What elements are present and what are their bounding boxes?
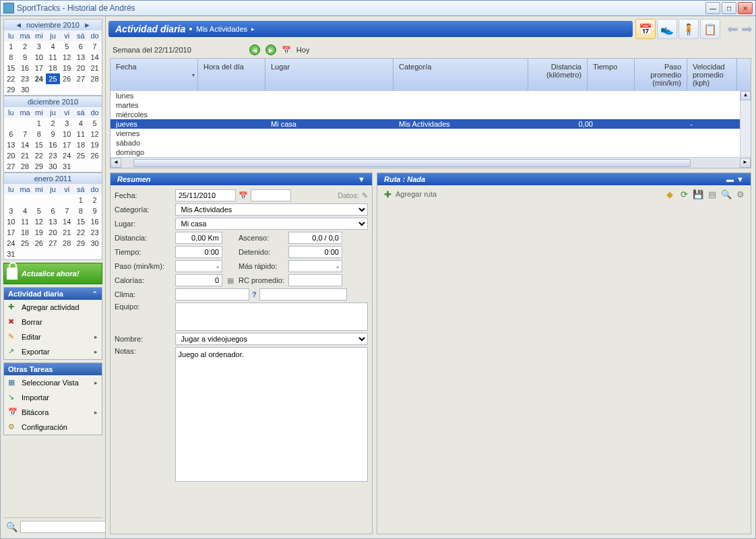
calorias-input[interactable] bbox=[175, 274, 222, 286]
grid-header[interactable]: Tiempo bbox=[588, 59, 635, 91]
route-save-icon[interactable]: 💾 bbox=[692, 188, 704, 200]
cal-day[interactable]: 5 bbox=[32, 205, 46, 216]
tiempo-input[interactable] bbox=[175, 246, 222, 258]
cal-day[interactable]: 2 bbox=[46, 118, 60, 129]
panel-minimize-icon[interactable]: ▬ bbox=[726, 175, 734, 183]
cal-day[interactable]: 22 bbox=[4, 73, 18, 84]
grid-header[interactable]: Hora del día bbox=[198, 59, 265, 91]
clima-input-2[interactable] bbox=[259, 288, 347, 300]
nav-head-daily[interactable]: Actividad diaria ⌃ bbox=[4, 288, 102, 300]
cal-day[interactable]: 18 bbox=[74, 139, 88, 150]
cal-day[interactable]: 19 bbox=[60, 63, 74, 73]
rcprom-input[interactable] bbox=[288, 274, 342, 286]
cal-day[interactable]: 16 bbox=[88, 216, 102, 227]
cal-day[interactable]: 11 bbox=[74, 129, 88, 139]
route-layers-icon[interactable]: ▤ bbox=[706, 188, 718, 200]
cal-day[interactable]: 9 bbox=[46, 129, 60, 139]
distancia-input[interactable] bbox=[175, 232, 222, 244]
cal-day[interactable]: 21 bbox=[18, 150, 32, 161]
cal-day[interactable]: 13 bbox=[74, 52, 88, 63]
cal-day[interactable]: 8 bbox=[74, 205, 88, 216]
calendar-small-icon[interactable]: 📅 bbox=[282, 46, 291, 55]
cal-day[interactable]: 15 bbox=[74, 216, 88, 227]
categoria-select[interactable]: Mis Actividades bbox=[175, 203, 368, 216]
cal-day[interactable]: 26 bbox=[60, 73, 74, 84]
cal-day[interactable]: 3 bbox=[32, 41, 46, 52]
cal-day[interactable]: 10 bbox=[4, 216, 18, 227]
nav-item-bitácora[interactable]: 📅Bitácora▸ bbox=[4, 405, 102, 420]
cal-day[interactable]: 7 bbox=[60, 205, 74, 216]
cal-day[interactable]: 1 bbox=[74, 195, 88, 205]
cal-day[interactable]: 18 bbox=[18, 227, 32, 238]
cal-day[interactable]: 24 bbox=[4, 238, 18, 249]
cal-day[interactable]: 10 bbox=[32, 52, 46, 63]
cal-day[interactable]: 1 bbox=[4, 41, 18, 52]
route-nav-icon[interactable]: ◆ bbox=[664, 188, 676, 200]
cal-day[interactable]: 23 bbox=[88, 227, 102, 238]
cal-day[interactable]: 14 bbox=[18, 139, 32, 150]
cal-day[interactable]: 31 bbox=[4, 249, 18, 259]
cal-day[interactable]: 13 bbox=[46, 216, 60, 227]
cal-day[interactable]: 11 bbox=[18, 216, 32, 227]
route-zoom-icon[interactable]: 🔍 bbox=[720, 188, 732, 200]
view-report-icon[interactable]: 📋 bbox=[700, 19, 720, 39]
cal-day[interactable]: 5 bbox=[60, 41, 74, 52]
cal-day[interactable]: 30 bbox=[18, 84, 32, 95]
route-settings-icon[interactable]: ⚙ bbox=[734, 188, 747, 200]
grid-header[interactable]: Distancia (kilómetro) bbox=[528, 59, 588, 91]
today-button[interactable]: Hoy bbox=[296, 46, 310, 54]
cal-day[interactable]: 29 bbox=[32, 161, 46, 172]
cal-day[interactable]: 12 bbox=[32, 216, 46, 227]
masrapido-input[interactable] bbox=[288, 260, 342, 272]
update-now-button[interactable]: Actualice ahora! bbox=[3, 263, 102, 284]
add-route-label[interactable]: Agregar ruta bbox=[396, 190, 437, 198]
table-row[interactable]: domingo bbox=[111, 148, 751, 157]
grid-header[interactable]: Lugar bbox=[265, 59, 393, 91]
maximize-button[interactable]: □ bbox=[722, 2, 736, 14]
cal-day[interactable]: 23 bbox=[46, 150, 60, 161]
cal-day[interactable]: 8 bbox=[4, 52, 18, 63]
cal-day[interactable]: 4 bbox=[18, 205, 32, 216]
cal-day[interactable]: 20 bbox=[46, 227, 60, 238]
table-row[interactable]: martes bbox=[111, 100, 751, 110]
cal-day[interactable]: 31 bbox=[60, 161, 74, 172]
cal-day[interactable]: 14 bbox=[60, 216, 74, 227]
nav-item-exportar[interactable]: ↗Exportar▸ bbox=[4, 344, 102, 359]
cal-day[interactable]: 8 bbox=[32, 129, 46, 139]
cal-day[interactable]: 29 bbox=[4, 84, 18, 95]
nombre-select[interactable]: Jugar a videojuegos bbox=[175, 333, 368, 345]
nav-back-icon[interactable]: ⬅ bbox=[727, 21, 738, 37]
close-button[interactable]: ✕ bbox=[738, 2, 753, 14]
table-row[interactable]: sábado bbox=[111, 138, 751, 148]
cal-day[interactable]: 6 bbox=[46, 205, 60, 216]
cal-day[interactable]: 4 bbox=[74, 118, 88, 129]
table-row[interactable]: miércoles bbox=[111, 110, 751, 119]
clima-input[interactable] bbox=[175, 288, 249, 300]
cal-day[interactable]: 12 bbox=[88, 129, 102, 139]
cal-day[interactable]: 28 bbox=[18, 161, 32, 172]
cal-day[interactable]: 26 bbox=[88, 150, 102, 161]
next-week-button[interactable]: ► bbox=[265, 44, 276, 55]
vertical-scrollbar[interactable]: ▲ bbox=[740, 91, 751, 157]
nav-item-borrar[interactable]: ✖Borrar bbox=[4, 315, 102, 329]
cal-day[interactable]: 23 bbox=[18, 73, 32, 84]
cal-day[interactable]: 2 bbox=[88, 195, 102, 205]
table-row[interactable]: juevesMi casaMis Actividades0,00- bbox=[111, 119, 751, 129]
cal-day[interactable]: 4 bbox=[46, 41, 60, 52]
cal-day[interactable]: 28 bbox=[60, 238, 74, 249]
route-map-area[interactable] bbox=[377, 203, 751, 534]
data-edit-icon[interactable]: ✎ bbox=[362, 191, 368, 200]
calc-icon[interactable]: ▦ bbox=[225, 276, 236, 285]
nav-item-seleccionar-vista[interactable]: ▦Seleccionar Vista▸ bbox=[4, 375, 102, 390]
cal-day[interactable]: 27 bbox=[74, 73, 88, 84]
cal-day[interactable]: 10 bbox=[60, 129, 74, 139]
cal-day[interactable]: 25 bbox=[74, 150, 88, 161]
cal-day[interactable]: 20 bbox=[4, 150, 18, 161]
nav-item-configuración[interactable]: ⚙Configuración bbox=[4, 420, 102, 435]
view-calendar-icon[interactable]: 📅 bbox=[635, 19, 656, 39]
cal-day[interactable]: 13 bbox=[4, 139, 18, 150]
nav-forward-icon[interactable]: ➡ bbox=[741, 21, 753, 37]
cal-day[interactable]: 14 bbox=[88, 52, 102, 63]
grid-header[interactable]: Categoría bbox=[393, 59, 528, 91]
cal-day[interactable]: 7 bbox=[88, 41, 102, 52]
